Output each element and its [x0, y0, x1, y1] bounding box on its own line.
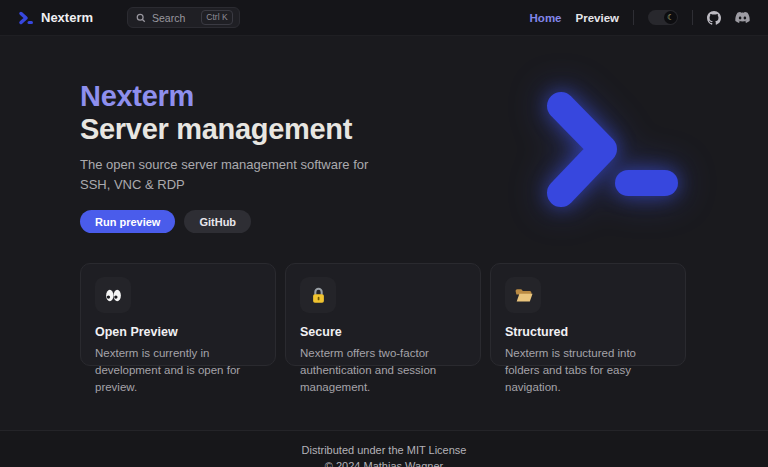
- hero-title-main: Server management: [80, 113, 400, 146]
- brand-name: Nexterm: [41, 10, 93, 25]
- hero-subtitle: The open source server management softwa…: [80, 155, 400, 195]
- toggle-knob: ☾: [664, 11, 677, 24]
- github-button[interactable]: GitHub: [184, 210, 251, 233]
- footer: Distributed under the MIT License © 2024…: [0, 430, 768, 467]
- hero-actions: Run preview GitHub: [80, 210, 400, 233]
- footer-copyright-text: © 2024 Mathias Wagner: [0, 460, 768, 467]
- divider: [633, 10, 634, 25]
- nexterm-logo-icon: [18, 11, 34, 25]
- brand[interactable]: Nexterm: [18, 10, 93, 25]
- card-title: Open Preview: [95, 325, 261, 339]
- feature-card-structured: Structured Nexterm is structured into fo…: [490, 263, 686, 366]
- terminal-prompt-logo-large: [530, 90, 680, 216]
- footer-license-text: Distributed under the MIT License: [0, 444, 768, 457]
- search-input[interactable]: Search Ctrl K: [127, 7, 240, 28]
- hero-title-accent: Nexterm: [80, 80, 400, 113]
- top-navbar: Nexterm Search Ctrl K Home Preview ☾: [0, 0, 768, 36]
- github-icon[interactable]: [707, 11, 721, 25]
- nav-link-preview[interactable]: Preview: [576, 12, 619, 24]
- moon-icon: ☾: [667, 14, 674, 22]
- feature-cards: Open Preview Nexterm is currently in dev…: [80, 263, 686, 366]
- card-description: Nexterm offers two-factor authentication…: [300, 345, 466, 396]
- search-icon: [136, 13, 146, 23]
- lock-icon: [300, 277, 336, 313]
- run-preview-button[interactable]: Run preview: [80, 210, 175, 233]
- discord-icon[interactable]: [735, 12, 750, 24]
- feature-card-secure: Secure Nexterm offers two-factor authent…: [285, 263, 481, 366]
- page-title: Nexterm Server management: [80, 80, 400, 146]
- hero-section: Nexterm Server management The open sourc…: [0, 36, 768, 233]
- nav-link-home[interactable]: Home: [530, 12, 562, 24]
- feature-card-open-preview: Open Preview Nexterm is currently in dev…: [80, 263, 276, 366]
- search-placeholder: Search: [152, 12, 185, 24]
- eyes-icon: [95, 277, 131, 313]
- divider: [692, 10, 693, 25]
- dark-mode-toggle[interactable]: ☾: [648, 10, 678, 25]
- card-title: Structured: [505, 325, 671, 339]
- card-description: Nexterm is structured into folders and t…: [505, 345, 671, 396]
- card-description: Nexterm is currently in development and …: [95, 345, 261, 396]
- open-folder-icon: [505, 277, 541, 313]
- search-shortcut-badge: Ctrl K: [201, 10, 232, 24]
- card-title: Secure: [300, 325, 466, 339]
- hero-text: Nexterm Server management The open sourc…: [80, 80, 400, 233]
